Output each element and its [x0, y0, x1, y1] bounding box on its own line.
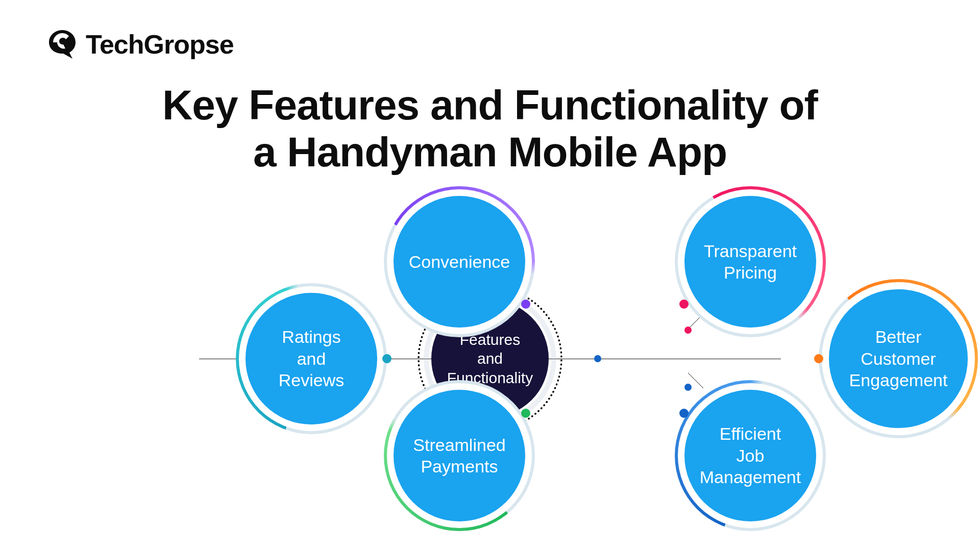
node-engagement: BetterCustomerEngagement	[819, 279, 978, 438]
node-convenience: Convenience	[384, 186, 535, 337]
connector-dot	[594, 355, 601, 362]
node-payments-label: StreamlinedPayments	[394, 390, 525, 521]
arc-dot-icon	[814, 354, 823, 363]
page-title: Key Features and Functionality ofa Handy…	[0, 82, 980, 176]
node-pricing-label: TransparentPricing	[684, 196, 816, 328]
arc-dot-icon	[521, 409, 530, 418]
brand-logo: TechGropse	[46, 28, 234, 61]
diagram-canvas: TechGropse Key Features and Functionalit…	[0, 0, 980, 551]
node-pricing: TransparentPricing	[675, 186, 826, 337]
arc-dot-icon	[679, 409, 689, 418]
feature-diagram: FeaturesandFunctionality RatingsandRevie…	[117, 186, 863, 543]
logo-icon	[46, 28, 79, 61]
node-ratings-label: RatingsandReviews	[246, 293, 377, 424]
node-jobs-label: EfficientJobManagement	[684, 390, 816, 521]
node-jobs: EfficientJobManagement	[675, 380, 826, 531]
node-payments: StreamlinedPayments	[384, 380, 535, 531]
arc-dot-icon	[382, 354, 391, 363]
brand-name: TechGropse	[86, 29, 234, 60]
node-convenience-label: Convenience	[394, 196, 525, 328]
arc-dot-icon	[679, 299, 689, 309]
node-ratings: RatingsandReviews	[236, 283, 387, 434]
arc-dot-icon	[521, 299, 530, 309]
node-engagement-label: BetterCustomerEngagement	[829, 289, 968, 428]
